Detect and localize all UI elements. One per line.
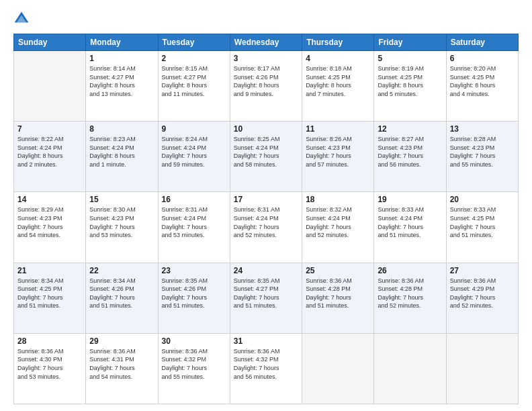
day-number: 5 <box>378 54 442 63</box>
day-info: Sunrise: 8:32 AM Sunset: 4:24 PM Dayligh… <box>306 205 370 239</box>
calendar-cell: 29Sunrise: 8:36 AM Sunset: 4:31 PM Dayli… <box>86 333 158 404</box>
day-number: 20 <box>450 195 515 204</box>
day-info: Sunrise: 8:35 AM Sunset: 4:27 PM Dayligh… <box>234 277 298 310</box>
day-info: Sunrise: 8:36 AM Sunset: 4:29 PM Dayligh… <box>450 277 515 310</box>
day-number: 21 <box>17 266 82 275</box>
calendar-cell <box>374 333 446 404</box>
day-info: Sunrise: 8:23 AM Sunset: 4:24 PM Dayligh… <box>89 135 154 169</box>
day-number: 15 <box>89 195 154 204</box>
day-info: Sunrise: 8:36 AM Sunset: 4:30 PM Dayligh… <box>17 347 82 381</box>
page: SundayMondayTuesdayWednesdayThursdayFrid… <box>0 0 532 411</box>
weekday-header-wednesday: Wednesday <box>230 34 302 51</box>
day-number: 25 <box>306 266 370 275</box>
day-number: 22 <box>89 266 154 275</box>
weekday-header-thursday: Thursday <box>302 34 374 51</box>
day-number: 4 <box>306 54 370 63</box>
day-info: Sunrise: 8:26 AM Sunset: 4:23 PM Dayligh… <box>306 135 370 169</box>
day-info: Sunrise: 8:34 AM Sunset: 4:26 PM Dayligh… <box>89 277 154 310</box>
calendar-cell: 19Sunrise: 8:33 AM Sunset: 4:24 PM Dayli… <box>374 192 446 263</box>
day-info: Sunrise: 8:27 AM Sunset: 4:23 PM Dayligh… <box>378 135 442 169</box>
calendar-cell: 5Sunrise: 8:19 AM Sunset: 4:25 PM Daylig… <box>374 51 446 122</box>
day-number: 7 <box>17 124 82 134</box>
day-info: Sunrise: 8:28 AM Sunset: 4:23 PM Dayligh… <box>450 135 515 169</box>
day-info: Sunrise: 8:36 AM Sunset: 4:32 PM Dayligh… <box>234 347 298 381</box>
calendar-cell: 14Sunrise: 8:29 AM Sunset: 4:23 PM Dayli… <box>14 192 86 263</box>
day-info: Sunrise: 8:24 AM Sunset: 4:24 PM Dayligh… <box>162 135 226 169</box>
day-number: 2 <box>162 54 226 63</box>
calendar-cell: 8Sunrise: 8:23 AM Sunset: 4:24 PM Daylig… <box>86 122 158 192</box>
day-number: 17 <box>234 195 298 204</box>
day-number: 11 <box>306 124 370 134</box>
calendar-cell: 17Sunrise: 8:31 AM Sunset: 4:24 PM Dayli… <box>230 192 302 263</box>
calendar-cell <box>14 51 86 122</box>
calendar-cell: 1Sunrise: 8:14 AM Sunset: 4:27 PM Daylig… <box>86 51 158 122</box>
calendar-table: SundayMondayTuesdayWednesdayThursdayFrid… <box>13 34 519 404</box>
calendar-cell: 30Sunrise: 8:36 AM Sunset: 4:32 PM Dayli… <box>158 333 230 404</box>
calendar-cell: 2Sunrise: 8:15 AM Sunset: 4:27 PM Daylig… <box>158 51 230 122</box>
calendar-cell <box>302 333 374 404</box>
day-info: Sunrise: 8:36 AM Sunset: 4:28 PM Dayligh… <box>306 277 370 310</box>
calendar-cell: 3Sunrise: 8:17 AM Sunset: 4:26 PM Daylig… <box>230 51 302 122</box>
weekday-header-tuesday: Tuesday <box>158 34 230 51</box>
calendar-cell: 11Sunrise: 8:26 AM Sunset: 4:23 PM Dayli… <box>302 122 374 192</box>
day-info: Sunrise: 8:18 AM Sunset: 4:25 PM Dayligh… <box>306 64 370 98</box>
calendar-cell: 27Sunrise: 8:36 AM Sunset: 4:29 PM Dayli… <box>446 263 518 333</box>
calendar-cell: 26Sunrise: 8:36 AM Sunset: 4:28 PM Dayli… <box>374 263 446 333</box>
day-number: 9 <box>162 124 226 134</box>
day-info: Sunrise: 8:29 AM Sunset: 4:23 PM Dayligh… <box>17 205 82 239</box>
day-number: 23 <box>162 266 226 275</box>
logo <box>13 11 32 27</box>
calendar-week-5: 28Sunrise: 8:36 AM Sunset: 4:30 PM Dayli… <box>14 333 519 404</box>
calendar-cell: 12Sunrise: 8:27 AM Sunset: 4:23 PM Dayli… <box>374 122 446 192</box>
day-number: 18 <box>306 195 370 204</box>
day-number: 31 <box>234 336 298 346</box>
weekday-header-monday: Monday <box>86 34 158 51</box>
calendar-cell: 16Sunrise: 8:31 AM Sunset: 4:24 PM Dayli… <box>158 192 230 263</box>
calendar-cell: 10Sunrise: 8:25 AM Sunset: 4:24 PM Dayli… <box>230 122 302 192</box>
day-info: Sunrise: 8:36 AM Sunset: 4:32 PM Dayligh… <box>162 347 226 381</box>
day-info: Sunrise: 8:20 AM Sunset: 4:25 PM Dayligh… <box>450 64 515 98</box>
calendar-cell: 6Sunrise: 8:20 AM Sunset: 4:25 PM Daylig… <box>446 51 518 122</box>
calendar-cell: 25Sunrise: 8:36 AM Sunset: 4:28 PM Dayli… <box>302 263 374 333</box>
calendar-cell: 7Sunrise: 8:22 AM Sunset: 4:24 PM Daylig… <box>14 122 86 192</box>
calendar-cell: 9Sunrise: 8:24 AM Sunset: 4:24 PM Daylig… <box>158 122 230 192</box>
day-number: 10 <box>234 124 298 134</box>
calendar-week-1: 1Sunrise: 8:14 AM Sunset: 4:27 PM Daylig… <box>14 51 519 122</box>
weekday-header-friday: Friday <box>374 34 446 51</box>
day-info: Sunrise: 8:35 AM Sunset: 4:26 PM Dayligh… <box>162 277 226 310</box>
weekday-header-sunday: Sunday <box>14 34 86 51</box>
day-number: 29 <box>89 336 154 346</box>
day-number: 28 <box>17 336 82 346</box>
day-info: Sunrise: 8:15 AM Sunset: 4:27 PM Dayligh… <box>162 64 226 98</box>
day-number: 26 <box>378 266 442 275</box>
calendar-week-4: 21Sunrise: 8:34 AM Sunset: 4:25 PM Dayli… <box>14 263 519 333</box>
day-info: Sunrise: 8:33 AM Sunset: 4:25 PM Dayligh… <box>450 205 515 239</box>
calendar-cell: 23Sunrise: 8:35 AM Sunset: 4:26 PM Dayli… <box>158 263 230 333</box>
calendar-week-2: 7Sunrise: 8:22 AM Sunset: 4:24 PM Daylig… <box>14 122 519 192</box>
day-info: Sunrise: 8:33 AM Sunset: 4:24 PM Dayligh… <box>378 205 442 239</box>
day-info: Sunrise: 8:25 AM Sunset: 4:24 PM Dayligh… <box>234 135 298 169</box>
day-number: 30 <box>162 336 226 346</box>
day-number: 13 <box>450 124 515 134</box>
calendar-cell: 18Sunrise: 8:32 AM Sunset: 4:24 PM Dayli… <box>302 192 374 263</box>
day-number: 16 <box>162 195 226 204</box>
day-info: Sunrise: 8:36 AM Sunset: 4:31 PM Dayligh… <box>89 347 154 381</box>
day-info: Sunrise: 8:36 AM Sunset: 4:28 PM Dayligh… <box>378 277 442 310</box>
day-info: Sunrise: 8:14 AM Sunset: 4:27 PM Dayligh… <box>89 64 154 98</box>
calendar-cell: 4Sunrise: 8:18 AM Sunset: 4:25 PM Daylig… <box>302 51 374 122</box>
calendar-cell: 31Sunrise: 8:36 AM Sunset: 4:32 PM Dayli… <box>230 333 302 404</box>
day-info: Sunrise: 8:31 AM Sunset: 4:24 PM Dayligh… <box>234 205 298 239</box>
day-number: 27 <box>450 266 515 275</box>
day-info: Sunrise: 8:19 AM Sunset: 4:25 PM Dayligh… <box>378 64 442 98</box>
header <box>13 11 519 27</box>
calendar-cell: 13Sunrise: 8:28 AM Sunset: 4:23 PM Dayli… <box>446 122 518 192</box>
day-number: 6 <box>450 54 515 63</box>
calendar-cell: 20Sunrise: 8:33 AM Sunset: 4:25 PM Dayli… <box>446 192 518 263</box>
day-info: Sunrise: 8:31 AM Sunset: 4:24 PM Dayligh… <box>162 205 226 239</box>
day-number: 3 <box>234 54 298 63</box>
calendar-week-3: 14Sunrise: 8:29 AM Sunset: 4:23 PM Dayli… <box>14 192 519 263</box>
day-number: 24 <box>234 266 298 275</box>
weekday-header-saturday: Saturday <box>446 34 518 51</box>
calendar-cell: 24Sunrise: 8:35 AM Sunset: 4:27 PM Dayli… <box>230 263 302 333</box>
calendar-cell: 15Sunrise: 8:30 AM Sunset: 4:23 PM Dayli… <box>86 192 158 263</box>
